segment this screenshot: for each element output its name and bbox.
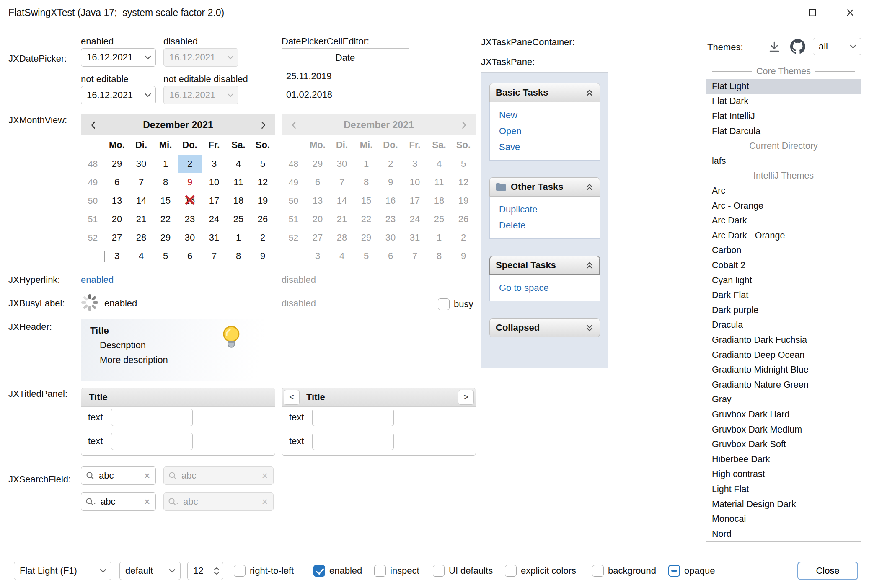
theme-item-lafs[interactable]: lafs <box>706 154 861 169</box>
calendar-day[interactable]: 23 <box>178 210 202 228</box>
checkbox-enabled[interactable] <box>313 565 325 577</box>
table-row[interactable]: 01.02.2018 <box>282 85 409 104</box>
hyperlink-enabled[interactable]: enabled <box>81 275 114 285</box>
calendar-day[interactable]: 6 <box>105 173 129 192</box>
checkbox-label-ui-defaults[interactable]: UI defaults <box>449 565 493 576</box>
theme-item-cyan-light[interactable]: Cyan light <box>706 273 861 288</box>
calendar-day[interactable]: 20 <box>105 210 129 228</box>
searchfield-with-menu[interactable]: abc ✕ <box>81 492 156 511</box>
date-column-header[interactable]: Date <box>282 49 409 67</box>
right-arrow-button[interactable]: > <box>458 390 474 405</box>
taskpane-header-basic-tasks[interactable]: Basic Tasks <box>489 83 600 102</box>
calendar-day[interactable]: 11 <box>226 173 251 192</box>
theme-item-gray[interactable]: Gray <box>706 392 861 407</box>
text-input[interactable] <box>111 409 193 426</box>
theme-item-high-contrast[interactable]: High contrast <box>706 467 861 482</box>
calendar-day[interactable]: 14 <box>129 192 153 210</box>
calendar-day[interactable]: 16✕ <box>178 192 202 210</box>
calendar-day[interactable]: 17 <box>202 192 226 210</box>
checkbox-label-background[interactable]: background <box>608 565 656 576</box>
prev-month-button[interactable] <box>81 114 105 135</box>
theme-item-gruvbox-dark-soft[interactable]: Gruvbox Dark Soft <box>706 437 861 452</box>
calendar-day[interactable]: 2 <box>251 228 275 247</box>
calendar-day[interactable]: 5 <box>251 155 275 173</box>
theme-item-dark-purple[interactable]: Dark purple <box>706 303 861 318</box>
taskpane-header-other-tasks[interactable]: Other Tasks <box>489 177 600 197</box>
checkbox-label-enabled[interactable]: enabled <box>329 565 362 576</box>
theme-item-hiberbee-dark[interactable]: Hiberbee Dark <box>706 452 861 467</box>
theme-item-cobalt-2[interactable]: Cobalt 2 <box>706 258 861 273</box>
calendar-day[interactable]: 29 <box>153 228 178 247</box>
theme-item-nord[interactable]: Nord <box>706 526 861 541</box>
calendar-day[interactable]: 6 <box>178 247 202 265</box>
calendar-day[interactable]: 5 <box>153 247 178 265</box>
checkbox-right-to-left[interactable] <box>234 565 246 577</box>
datepicker-not-editable[interactable]: 16.12.2021 <box>81 86 156 104</box>
theme-item-flat-dark[interactable]: Flat Dark <box>706 94 861 109</box>
clear-icon[interactable]: ✕ <box>144 471 150 481</box>
taskpane-action-save[interactable]: Save <box>490 139 600 155</box>
left-arrow-button[interactable]: < <box>284 390 300 405</box>
theme-item-gruvbox-dark-medium[interactable]: Gruvbox Dark Medium <box>706 422 861 437</box>
theme-filter-combo[interactable]: all <box>813 38 861 55</box>
theme-item-arc[interactable]: Arc <box>706 184 861 199</box>
theme-item-flat-darcula[interactable]: Flat Darcula <box>706 124 861 139</box>
calendar-day[interactable]: 27 <box>105 228 129 247</box>
calendar-day[interactable]: 12 <box>251 173 275 192</box>
text-input[interactable] <box>111 433 193 450</box>
calendar-day[interactable]: 9 <box>178 173 202 192</box>
calendar-day[interactable]: 22 <box>153 210 178 228</box>
font-size-spinner[interactable]: 12 <box>187 562 223 580</box>
theme-item-flat-intellij[interactable]: Flat IntelliJ <box>706 109 861 124</box>
font-combo[interactable]: default <box>119 562 181 580</box>
minimize-button[interactable] <box>756 0 794 25</box>
calendar-day[interactable]: 21 <box>129 210 153 228</box>
theme-item-arc-dark-orange[interactable]: Arc Dark - Orange <box>706 228 861 243</box>
clear-icon[interactable]: ✕ <box>144 497 150 507</box>
checkbox-busy[interactable] <box>438 298 450 310</box>
datepicker-enabled[interactable]: 16.12.2021 <box>81 48 156 67</box>
table-row[interactable]: 25.11.2019 <box>282 67 409 85</box>
laf-combo[interactable]: Flat Light (F1) <box>14 562 111 580</box>
taskpane-action-open[interactable]: Open <box>490 123 600 139</box>
checkbox-label-right-to-left[interactable]: right-to-left <box>250 565 294 576</box>
calendar-day[interactable]: 3 <box>202 155 226 173</box>
calendar-day[interactable]: 30 <box>129 155 153 173</box>
close-window-button[interactable] <box>831 0 869 25</box>
checkbox-label-inspect[interactable]: inspect <box>390 565 419 576</box>
calendar-day[interactable]: 1 <box>226 228 251 247</box>
calendar-day[interactable]: 7 <box>129 173 153 192</box>
chevron-down-icon[interactable] <box>214 572 220 575</box>
search-value[interactable]: abc <box>101 496 144 507</box>
theme-item-dracula[interactable]: Dracula <box>706 318 861 333</box>
theme-item-gradianto-deep-ocean[interactable]: Gradianto Deep Ocean <box>706 347 861 363</box>
taskpane-action-go-to-space[interactable]: Go to space <box>490 280 600 296</box>
checkbox-label-opaque[interactable]: opaque <box>684 565 715 576</box>
theme-item-arc-orange[interactable]: Arc - Orange <box>706 198 861 213</box>
theme-item-arc-dark[interactable]: Arc Dark <box>706 213 861 228</box>
calendar-day[interactable]: 3 <box>105 247 129 265</box>
calendar-day[interactable]: 15 <box>153 192 178 210</box>
searchfield-enabled[interactable]: abc ✕ <box>81 466 156 485</box>
theme-item-gradianto-nature-green[interactable]: Gradianto Nature Green <box>706 377 861 392</box>
theme-item-gradianto-midnight-blue[interactable]: Gradianto Midnight Blue <box>706 363 861 378</box>
theme-item-gruvbox-dark-hard[interactable]: Gruvbox Dark Hard <box>706 407 861 422</box>
theme-item-gradianto-dark-fuchsia[interactable]: Gradianto Dark Fuchsia <box>706 333 861 348</box>
theme-item-light-flat[interactable]: Light Flat <box>706 482 861 497</box>
theme-item-dark-flat[interactable]: Dark Flat <box>706 288 861 303</box>
next-month-button[interactable] <box>251 114 275 135</box>
search-menu-icon[interactable] <box>85 497 96 506</box>
datepicker-value[interactable]: 16.12.2021 <box>81 52 140 63</box>
theme-item-carbon[interactable]: Carbon <box>706 243 861 258</box>
chevron-down-icon[interactable] <box>140 86 155 104</box>
calendar-day[interactable]: 1 <box>153 155 178 173</box>
checkbox-ui-defaults[interactable] <box>433 565 445 577</box>
calendar-day[interactable]: 25 <box>226 210 251 228</box>
chevron-down-icon[interactable] <box>140 49 155 66</box>
theme-item-flat-light[interactable]: Flat Light <box>706 79 861 94</box>
calendar-day[interactable]: 13 <box>105 192 129 210</box>
taskpane-action-new[interactable]: New <box>490 107 600 123</box>
calendar-day[interactable]: 18 <box>226 192 251 210</box>
busy-checkbox-label[interactable]: busy <box>454 299 473 310</box>
search-value[interactable]: abc <box>99 470 144 481</box>
